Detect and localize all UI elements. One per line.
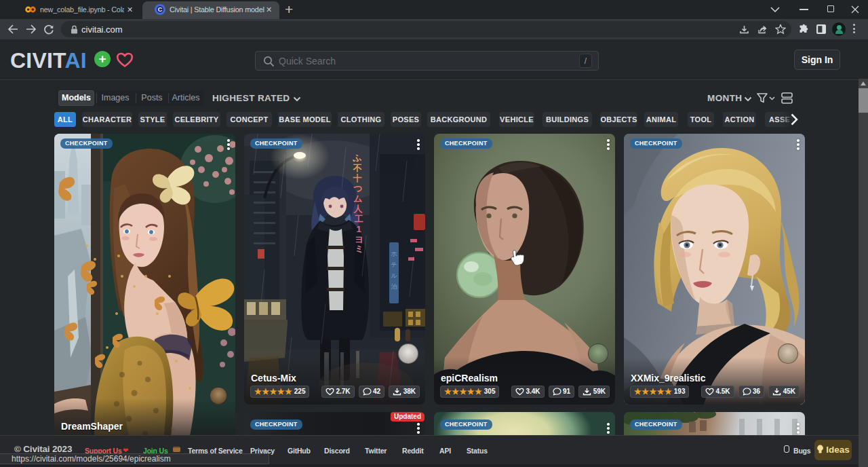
- svg-text:十: 十: [353, 173, 362, 183]
- svg-text:ホ: ホ: [391, 250, 397, 257]
- svg-text:テ: テ: [391, 261, 397, 268]
- svg-text:工: 工: [355, 214, 363, 224]
- svg-text:1: 1: [356, 224, 361, 234]
- svg-text:C: C: [158, 6, 163, 13]
- svg-text:ム: ム: [353, 193, 362, 204]
- svg-text:ル: ル: [391, 272, 397, 279]
- svg-text:ミ: ミ: [355, 244, 363, 254]
- svg-text:人: 人: [353, 204, 363, 214]
- svg-text:ヨ: ヨ: [355, 234, 363, 244]
- svg-text:ふ: ふ: [352, 153, 361, 163]
- svg-text:つ: つ: [353, 183, 362, 193]
- svg-text:泊: 泊: [391, 283, 397, 290]
- svg-text:不: 不: [353, 163, 362, 173]
